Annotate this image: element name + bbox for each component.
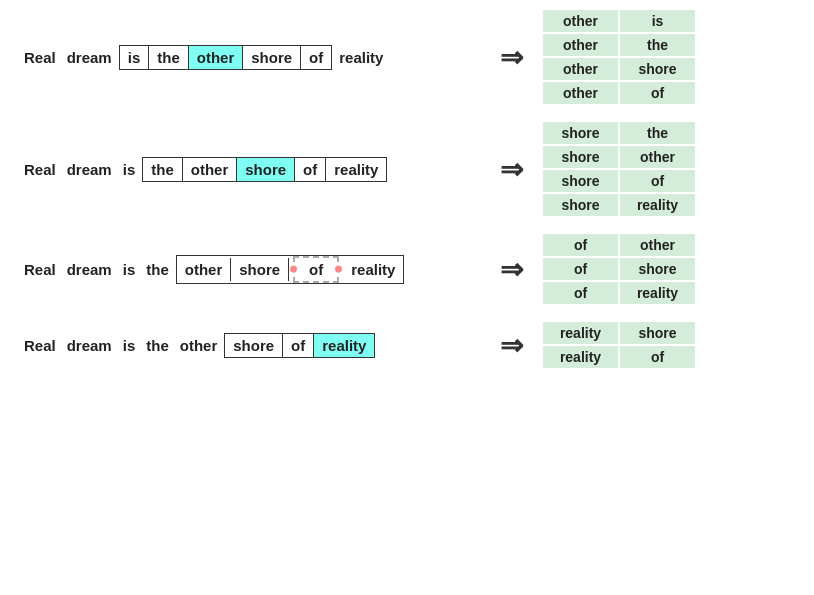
result-cell: shore [543, 194, 618, 216]
result-row: shoreof [543, 170, 695, 192]
row-3: Realdreamistheothershoreofreality⇒ofothe… [20, 234, 794, 304]
sentence-3: Realdreamistheothershoreofreality [20, 255, 480, 284]
result-cell: shore [620, 258, 695, 280]
main-container: Realdreamistheothershoreofreality⇒otheri… [0, 0, 814, 378]
boxed-word: shore [225, 334, 283, 357]
sentence-1: Realdreamistheothershoreofreality [20, 45, 480, 70]
result-cell: the [620, 122, 695, 144]
result-cell: reality [543, 322, 618, 344]
boxed-word: the [143, 158, 183, 181]
result-cell: shore [620, 58, 695, 80]
result-cell: other [543, 82, 618, 104]
boxed-word: reality [326, 158, 386, 181]
result-table-2: shoretheshoreothershoreofshorereality [543, 122, 695, 216]
plain-word: dream [63, 259, 116, 280]
result-row: shoreother [543, 146, 695, 168]
result-cell: shore [543, 146, 618, 168]
row-4: Realdreamistheothershoreofreality⇒realit… [20, 322, 794, 368]
result-cell: other [620, 234, 695, 256]
result-row: othershore [543, 58, 695, 80]
boxed-word: is [120, 46, 150, 69]
arrow-icon: ⇒ [500, 329, 523, 362]
plain-word: is [119, 159, 140, 180]
result-row: ofreality [543, 282, 695, 304]
plain-word: dream [63, 335, 116, 356]
word-group: othershoreofreality [176, 255, 405, 284]
row-1: Realdreamistheothershoreofreality⇒otheri… [20, 10, 794, 104]
result-row: ofother [543, 234, 695, 256]
boxed-word: of [301, 46, 331, 69]
plain-word: the [142, 335, 173, 356]
plain-word: Real [20, 47, 60, 68]
result-row: ofshore [543, 258, 695, 280]
result-cell: of [620, 82, 695, 104]
result-cell: the [620, 34, 695, 56]
boxed-word: other [177, 258, 232, 281]
boxed-word: of [283, 334, 314, 357]
result-cell: of [543, 258, 618, 280]
boxed-word: shore [237, 158, 295, 181]
result-row: shorethe [543, 122, 695, 144]
plain-word: reality [335, 47, 387, 68]
boxed-word: reality [343, 258, 403, 281]
result-table-1: otherisothertheothershoreotherof [543, 10, 695, 104]
result-cell: other [543, 34, 618, 56]
arrow-icon: ⇒ [500, 153, 523, 186]
result-cell: other [543, 58, 618, 80]
boxed-word: other [189, 46, 244, 69]
plain-word: dream [63, 47, 116, 68]
result-cell: of [543, 234, 618, 256]
row-2: Realdreamistheothershoreofreality⇒shoret… [20, 122, 794, 216]
word-group: theothershoreofreality [142, 157, 387, 182]
sentence-2: Realdreamistheothershoreofreality [20, 157, 480, 182]
boxed-word: shore [231, 258, 289, 281]
arrow-icon: ⇒ [500, 41, 523, 74]
result-cell: of [543, 282, 618, 304]
word-group: istheothershoreof [119, 45, 333, 70]
result-row: otherof [543, 82, 695, 104]
boxed-word: reality [314, 334, 374, 357]
arrow-icon: ⇒ [500, 253, 523, 286]
plain-word: dream [63, 159, 116, 180]
result-table-4: realityshorerealityof [543, 322, 695, 368]
result-table-3: ofotherofshoreofreality [543, 234, 695, 304]
boxed-word: shore [243, 46, 301, 69]
result-row: shorereality [543, 194, 695, 216]
plain-word: is [119, 259, 140, 280]
result-cell: of [620, 346, 695, 368]
result-cell: reality [620, 194, 695, 216]
result-row: realityof [543, 346, 695, 368]
result-cell: is [620, 10, 695, 32]
sentence-4: Realdreamistheothershoreofreality [20, 333, 480, 358]
result-cell: reality [620, 282, 695, 304]
boxed-word: of [295, 158, 326, 181]
result-cell: shore [543, 122, 618, 144]
result-cell: shore [543, 170, 618, 192]
boxed-word: of [293, 256, 339, 283]
result-cell: other [620, 146, 695, 168]
result-cell: shore [620, 322, 695, 344]
boxed-word: the [149, 46, 189, 69]
plain-word: Real [20, 159, 60, 180]
plain-word: Real [20, 335, 60, 356]
result-cell: other [543, 10, 618, 32]
plain-word: Real [20, 259, 60, 280]
word-group: shoreofreality [224, 333, 375, 358]
result-row: otheris [543, 10, 695, 32]
result-cell: reality [543, 346, 618, 368]
boxed-word: other [183, 158, 238, 181]
plain-word: other [176, 335, 222, 356]
result-row: realityshore [543, 322, 695, 344]
plain-word: the [142, 259, 173, 280]
result-row: otherthe [543, 34, 695, 56]
plain-word: is [119, 335, 140, 356]
result-cell: of [620, 170, 695, 192]
